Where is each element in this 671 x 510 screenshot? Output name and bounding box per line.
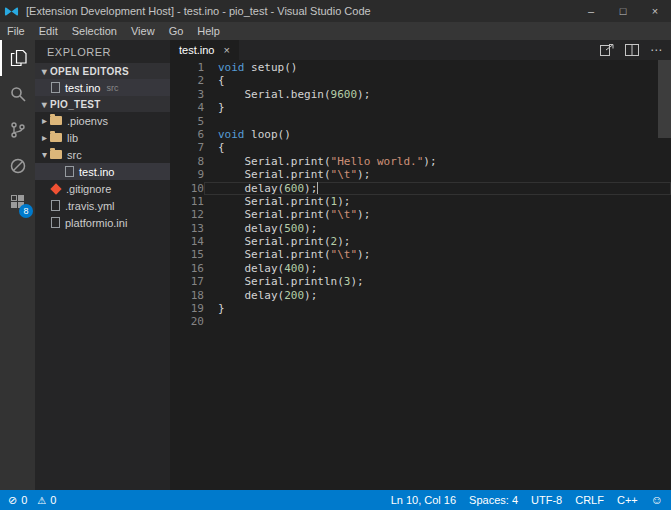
code-line[interactable]: { <box>204 74 671 87</box>
line-number: 5 <box>170 115 204 128</box>
folder-icon <box>50 116 62 125</box>
warning-count: 0 <box>50 494 56 506</box>
code-line[interactable]: delay(200); <box>204 289 671 302</box>
editor-actions <box>600 40 671 60</box>
code-line[interactable]: void loop() <box>204 128 671 141</box>
tree-item-label: .travis.yml <box>65 200 115 212</box>
open-editors-header[interactable]: OPEN EDITORS <box>35 63 170 79</box>
search-activity-button[interactable] <box>0 76 35 112</box>
feedback-smiley-icon[interactable] <box>651 493 663 507</box>
status-bar: 0 0 Ln 10, Col 16 Spaces: 4 UTF-8 CRLF C… <box>0 490 671 510</box>
line-number: 20 <box>170 315 204 328</box>
chevron-down-icon <box>39 99 50 110</box>
debug-activity-button[interactable] <box>0 148 35 184</box>
source-control-activity-button[interactable] <box>0 112 35 148</box>
open-editor-item-test-ino[interactable]: test.ino src <box>35 79 170 96</box>
code-line[interactable]: delay(500); <box>204 222 671 235</box>
search-icon <box>7 83 29 105</box>
close-button[interactable]: × <box>639 0 671 22</box>
chevron-down-icon <box>39 66 50 77</box>
title-bar: [Extension Development Host] - test.ino … <box>0 0 671 22</box>
extensions-activity-button[interactable]: 8 <box>0 184 35 220</box>
code-editor[interactable]: 1234567891011121314151617181920 void set… <box>170 60 671 490</box>
tree-item-label: .pioenvs <box>67 115 108 127</box>
tree-item-label: lib <box>67 132 78 144</box>
code-line[interactable]: void setup() <box>204 61 671 74</box>
code-line[interactable]: Serial.print(2); <box>204 235 671 248</box>
maximize-button[interactable]: □ <box>607 0 639 22</box>
language-mode[interactable]: C++ <box>617 494 638 506</box>
code-line[interactable]: Serial.print("Hello world."); <box>204 155 671 168</box>
minimize-button[interactable]: – <box>575 0 607 22</box>
file-icon <box>65 166 74 177</box>
more-actions-icon[interactable] <box>650 43 662 57</box>
line-number: 4 <box>170 101 204 114</box>
source-control-icon <box>7 119 29 141</box>
tab-test-ino[interactable]: test.ino <box>170 40 239 60</box>
file-icon <box>51 200 60 211</box>
line-number: 18 <box>170 289 204 302</box>
code-line[interactable]: } <box>204 302 671 315</box>
open-preview-icon[interactable] <box>600 44 614 56</box>
tree-item-pioenvs[interactable]: .pioenvs <box>35 112 170 129</box>
tree-item-test-ino[interactable]: test.ino <box>35 163 170 180</box>
tree-item-label: test.ino <box>79 166 114 178</box>
menu-go[interactable]: Go <box>162 22 191 40</box>
debug-icon <box>7 155 29 177</box>
line-number: 19 <box>170 302 204 315</box>
tree-item-travis-yml[interactable]: .travis.yml <box>35 197 170 214</box>
tab-label: test.ino <box>179 44 214 56</box>
folder-section-header[interactable]: PIO_TEST <box>35 96 170 112</box>
line-number: 1 <box>170 61 204 74</box>
line-number: 7 <box>170 141 204 154</box>
encoding-status[interactable]: UTF-8 <box>531 494 562 506</box>
indentation-status[interactable]: Spaces: 4 <box>469 494 518 506</box>
text-cursor <box>317 182 318 194</box>
warning-status[interactable]: 0 <box>37 494 56 506</box>
menu-view[interactable]: View <box>124 22 162 40</box>
menu-selection[interactable]: Selection <box>65 22 124 40</box>
code-line[interactable]: Serial.print("\t"); <box>204 168 671 181</box>
close-tab-icon[interactable] <box>223 44 229 56</box>
error-count: 0 <box>21 494 27 506</box>
code-line[interactable]: Serial.print("\t"); <box>204 208 671 221</box>
line-number: 3 <box>170 88 204 101</box>
error-status[interactable]: 0 <box>8 494 27 507</box>
vertical-scrollbar[interactable] <box>658 60 671 138</box>
editor-group: test.ino 1234567891011121314151617181920… <box>170 40 671 490</box>
line-number: 17 <box>170 275 204 288</box>
code-line[interactable]: { <box>204 141 671 154</box>
cursor-position[interactable]: Ln 10, Col 16 <box>391 494 456 506</box>
tree-item-platformio-ini[interactable]: platformio.ini <box>35 214 170 231</box>
code-line[interactable] <box>204 315 671 328</box>
tree-item-src[interactable]: src <box>35 146 170 163</box>
vscode-logo-icon <box>0 4 22 19</box>
code-line[interactable]: Serial.begin(9600); <box>204 88 671 101</box>
open-editors-label: OPEN EDITORS <box>50 66 129 77</box>
menu-help[interactable]: Help <box>190 22 227 40</box>
code-line[interactable]: Serial.print(1); <box>204 195 671 208</box>
open-editor-label: test.ino <box>65 82 100 94</box>
code-line[interactable]: delay(600); <box>204 182 671 195</box>
sidebar-title: EXPLORER <box>35 40 170 63</box>
folder-icon <box>50 133 62 142</box>
menu-file[interactable]: File <box>0 22 32 40</box>
sidebar-explorer: EXPLORER OPEN EDITORS test.ino src PIO_T… <box>35 40 170 490</box>
line-number: 13 <box>170 222 204 235</box>
code-line[interactable]: } <box>204 101 671 114</box>
explorer-activity-button[interactable] <box>0 40 35 76</box>
open-editor-detail: src <box>106 83 118 93</box>
menu-edit[interactable]: Edit <box>32 22 65 40</box>
code-line[interactable]: Serial.print("\t"); <box>204 248 671 261</box>
explorer-icon <box>8 47 30 69</box>
menu-bar: File Edit Selection View Go Help <box>0 22 671 40</box>
code-line[interactable]: delay(400); <box>204 262 671 275</box>
tree-item-gitignore[interactable]: .gitignore <box>35 180 170 197</box>
tree-item-lib[interactable]: lib <box>35 129 170 146</box>
split-editor-icon[interactable] <box>625 44 639 56</box>
code-line[interactable] <box>204 115 671 128</box>
code-lines[interactable]: void setup(){ Serial.begin(9600);}void l… <box>204 60 671 490</box>
code-line[interactable]: Serial.println(3); <box>204 275 671 288</box>
eol-status[interactable]: CRLF <box>575 494 604 506</box>
tree-item-label: src <box>67 149 82 161</box>
